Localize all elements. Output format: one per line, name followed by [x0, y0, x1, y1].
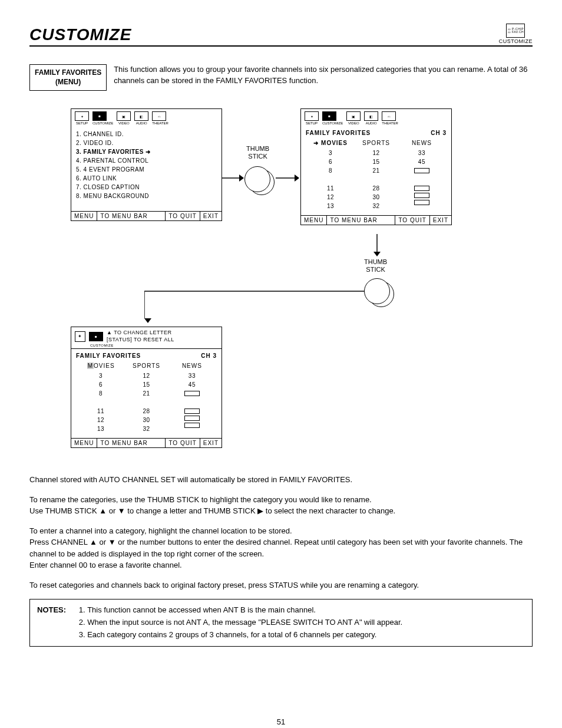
connector-line [144, 289, 368, 327]
thumb-stick-label-2: THUMB STICK [364, 258, 387, 274]
notes-label: NOTES: [37, 604, 66, 641]
customize-menu-list: 1. CHANNEL ID. 2. VIDEO ID. 3. FAMILY FA… [76, 130, 217, 200]
notes-list: This function cannot be accessed when AN… [74, 604, 402, 641]
notes-box: NOTES: This function cannot be accessed … [29, 599, 533, 646]
svg-marker-1 [239, 174, 244, 182]
thumb-stick-icon [244, 166, 270, 192]
body-paragraph-3: To enter a channel into a category, high… [29, 525, 533, 571]
arrow-right-icon [222, 172, 244, 184]
flow-diagram: ✦SETUP ■CUSTOMIZE ▣VIDEO ◧AUDIO ⌓THEATER… [71, 108, 495, 462]
section-intro: This function allows you to group your f… [114, 64, 533, 91]
svg-marker-6 [144, 318, 151, 323]
osd-family-favorites: ✦SETUP ■CUSTOMIZE ▣VIDEO ◧AUDIO ⌓THEATER… [300, 108, 452, 225]
svg-marker-5 [373, 252, 381, 256]
osd-rename-favorite: ✦ ■ ▲ TO CHANGE LETTER [STATUS] TO RESET… [71, 327, 222, 447]
customize-corner-icon: ▭ P-CHIP▭ FAV.CH CUSTOMIZE [499, 24, 533, 44]
osd-customize-menu: ✦SETUP ■CUSTOMIZE ▣VIDEO ◧AUDIO ⌓THEATER… [71, 108, 222, 221]
osd-hint: ✦ ■ ▲ TO CHANGE LETTER [STATUS] TO RESET… [71, 327, 222, 343]
page-title-bar: CUSTOMIZE ▭ P-CHIP▭ FAV.CH CUSTOMIZE [29, 24, 533, 47]
note-item: Each category contains 2 groups of 3 cha… [87, 629, 402, 641]
note-item: When the input source is not ANT A, the … [87, 617, 402, 629]
thumb-stick-label-1: THUMB STICK [246, 145, 269, 160]
body-paragraph-2: To rename the categories, use the THUMB … [29, 494, 533, 517]
svg-marker-3 [295, 174, 299, 182]
arrow-down-icon [371, 234, 383, 256]
osd-footer: MENU TO MENU BAR TO QUIT EXIT [71, 211, 222, 220]
section-label: FAMILY FAVORITES (MENU) [29, 64, 107, 91]
note-item: This function cannot be accessed when AN… [87, 604, 402, 617]
page-number: 51 [29, 717, 533, 726]
body-paragraph-1: Channel stored with AUTO CHANNEL SET wil… [29, 474, 533, 486]
osd-iconbar: ✦SETUP ■CUSTOMIZE ▣VIDEO ◧AUDIO ⌓THEATER [71, 109, 222, 126]
arrow-right-icon [276, 172, 299, 184]
body-paragraph-4: To reset categories and channels back to… [29, 579, 533, 591]
page-title: CUSTOMIZE [29, 25, 131, 44]
favorites-columns: ➜ MOVIES 3 6 8 11 12 13 SPORTS 12 15 21 [306, 140, 447, 210]
